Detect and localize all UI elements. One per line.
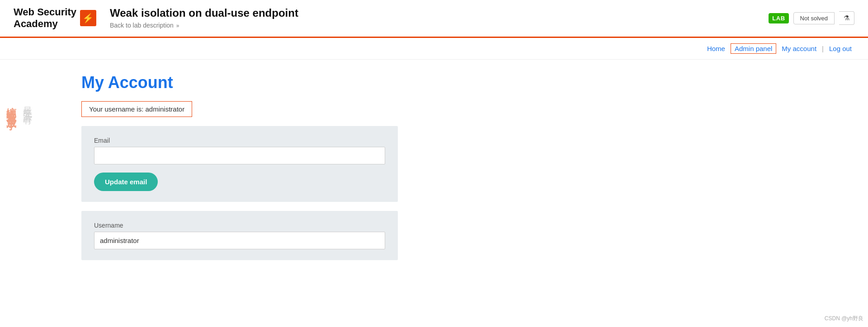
email-form-section: Email Update email [81,126,398,202]
lab-badge: LAB [769,13,788,23]
lab-title: Weak isolation on dual-use endpoint [110,7,769,19]
email-input[interactable] [94,147,385,164]
username-form-section: Username [81,211,398,260]
flask-button[interactable]: ⚗ [839,11,854,25]
logo-line2: Academy [14,18,58,29]
username-label: Username [94,222,385,229]
username-input[interactable] [94,232,385,249]
nav-bar: Home Admin panel My account | Log out [0,38,868,60]
update-email-button[interactable]: Update email [94,173,158,191]
header: Web Security Academy ⚡ Weak isolation on… [0,0,868,38]
email-label: Email [94,137,385,144]
username-message: Your username is: administrator [81,101,192,117]
nav-admin-panel[interactable]: Admin panel [731,43,776,54]
logo-text: Web Security Academy [14,6,76,30]
nav-logout[interactable]: Log out [826,44,854,53]
main-content: My Account Your username is: administrat… [0,60,868,274]
logo-area: Web Security Academy ⚡ [14,6,96,30]
chevron-icon: » [176,23,179,29]
lab-title-area: Weak isolation on dual-use endpoint Back… [110,7,769,29]
logo-icon: ⚡ [80,10,96,26]
nav-my-account[interactable]: My account [779,44,819,53]
not-solved-button[interactable]: Not solved [793,12,835,24]
header-right: LAB Not solved ⚗ [769,11,854,25]
logo-line1: Web Security [14,6,76,18]
nav-separator: | [822,45,824,52]
nav-home[interactable]: Home [704,44,728,53]
back-to-lab-link[interactable]: Back to lab description » [110,22,179,29]
page-title: My Account [81,73,787,92]
flask-icon: ⚗ [844,14,849,22]
